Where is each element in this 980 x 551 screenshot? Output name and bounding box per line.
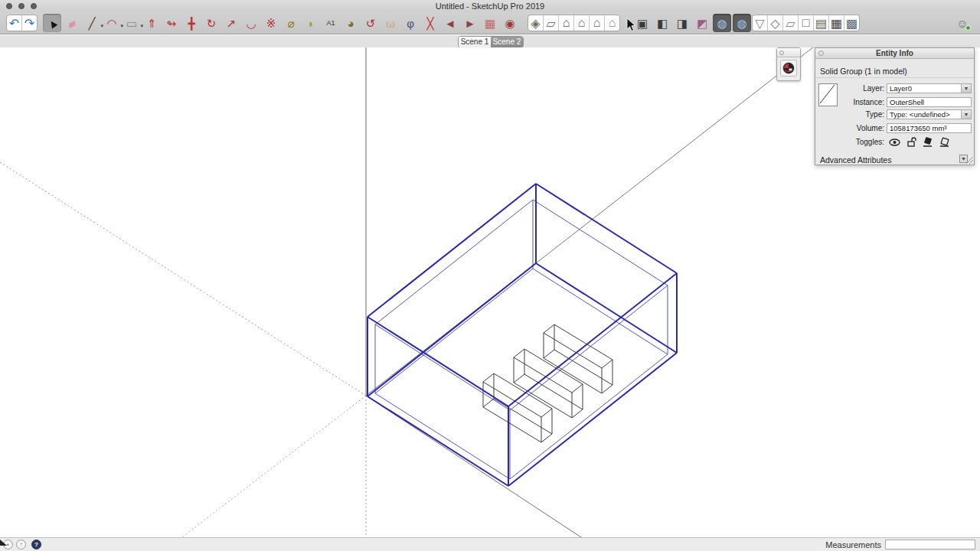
view-back-button-icon: ⌂	[593, 16, 601, 30]
walk-tool[interactable]: ◉	[501, 14, 519, 32]
outer-shell-tool[interactable]: ▣	[633, 14, 652, 32]
resize-handle[interactable]	[966, 157, 973, 164]
zoom-extents-tool-icon: ╳	[426, 18, 433, 29]
window-title: Untitled - SketchUp Pro 2019	[0, 2, 980, 11]
scale-tool[interactable]: ↗	[222, 14, 240, 32]
measurements-input[interactable]	[885, 540, 975, 549]
view-right-button[interactable]: ⌂	[574, 15, 590, 31]
view-iso-button[interactable]: ◈	[528, 15, 544, 31]
signed-in-check-icon	[965, 25, 971, 31]
upload-status-icon[interactable]: ↑	[16, 540, 26, 549]
union-tool[interactable]: ◨	[673, 14, 691, 32]
scale-tool-icon: ↗	[227, 18, 237, 29]
eraser-tool[interactable]: ▰	[63, 14, 81, 32]
follow-me-tool[interactable]: ↬	[162, 14, 181, 32]
eraser-tool-icon: ▰	[66, 16, 79, 30]
floating-toolbar	[776, 47, 801, 81]
toggles-label: Toggles:	[817, 138, 884, 146]
protractor-tool-icon: ◗	[307, 18, 314, 29]
undo-button-icon: ↶	[9, 16, 19, 31]
zoom-extents-tool[interactable]: ╳	[421, 14, 439, 32]
next-view-button[interactable]: ►	[461, 14, 479, 32]
axes-tool[interactable]: ※	[262, 14, 280, 32]
orbit-palette-button[interactable]	[780, 60, 797, 77]
style-wireframe-button[interactable]: ▱	[783, 15, 799, 31]
tape-measure-tool-icon: ⌀	[287, 18, 294, 29]
push-pull-tool[interactable]: ⇑	[142, 14, 161, 32]
fin-box-2-edge	[572, 409, 583, 418]
style-shaded-textures-button-icon: ▦	[831, 16, 842, 31]
volume-input[interactable]	[887, 123, 972, 133]
style-hidden-line-button[interactable]: □	[799, 15, 814, 31]
help-icon[interactable]: ?	[31, 540, 41, 549]
outer-shell-box-edge	[536, 184, 677, 273]
scene-tab-1[interactable]: Scene 1	[459, 37, 491, 47]
visible-toggle-icon[interactable]	[889, 138, 900, 147]
arc-tool[interactable]: ◠▾	[103, 14, 121, 32]
type-label: Type:	[817, 110, 884, 119]
layer-dropdown[interactable]: Layer0 ▼	[887, 83, 972, 93]
outer-shell-box-edge	[368, 263, 536, 396]
sign-in-account-button[interactable]: ☺	[956, 16, 969, 30]
cast-shadows-toggle-icon[interactable]	[923, 137, 933, 147]
offset-tool[interactable]: ◡	[242, 14, 260, 32]
layer-label: Layer:	[817, 84, 884, 93]
section-plane-tool[interactable]: ▦	[481, 14, 499, 32]
paint-bucket-tool[interactable]: ◕	[341, 14, 360, 32]
instance-input[interactable]	[887, 97, 972, 107]
type-dropdown[interactable]: Type: <undefined> ▼	[887, 109, 972, 119]
fin-box-1-edge	[541, 409, 552, 417]
line-tool[interactable]: ╱▾	[83, 14, 101, 32]
move-tool[interactable]: ╋	[182, 14, 201, 32]
fin-box-2-edge	[572, 384, 583, 393]
style-xray-button[interactable]: ▽	[753, 15, 768, 31]
tape-measure-tool[interactable]: ⌀	[282, 14, 300, 32]
fin-box-1-edge	[494, 399, 552, 434]
floating-toolbar-close-button[interactable]	[779, 51, 784, 55]
style-xray-button-icon: ▽	[755, 16, 764, 31]
style-shaded-button[interactable]: ▤	[814, 15, 829, 31]
previous-view-button[interactable]: ◄	[441, 14, 459, 32]
view-left-button[interactable]: ⌂	[605, 15, 619, 31]
outer-shell-box-edge	[368, 184, 536, 317]
fin-box-2-edge	[514, 349, 524, 357]
style-back-edges-button[interactable]: ◇	[768, 15, 783, 31]
intersect-tool[interactable]: ◧	[653, 14, 671, 32]
orbit-tool[interactable]: ↺	[361, 14, 380, 32]
view-top-button[interactable]: ▱	[544, 15, 559, 31]
receive-shadows-toggle-icon[interactable]	[939, 137, 950, 147]
outer-shell-box-edge	[536, 263, 677, 353]
redo-button[interactable]: ↷	[22, 15, 37, 31]
push-pull-tool-icon: ⇑	[147, 18, 157, 29]
advanced-attributes-label[interactable]: Advanced Attributes	[820, 155, 891, 165]
union-tool-icon: ◨	[677, 18, 688, 29]
pan-tool[interactable]: ω	[381, 14, 400, 32]
view-front-button-icon: ⌂	[563, 16, 570, 30]
fin-box-3-edge	[544, 350, 554, 358]
scene-tab-2[interactable]: Scene 2	[491, 37, 523, 47]
add-location-button[interactable]: ◍	[713, 14, 731, 32]
style-monochrome-button[interactable]: ▩	[844, 15, 859, 31]
pan-tool-icon: ω	[386, 18, 395, 29]
rectangle-tool[interactable]: ▭▾	[122, 14, 141, 32]
undo-button[interactable]: ↶	[7, 15, 22, 31]
view-front-button[interactable]: ⌂	[559, 15, 574, 31]
protractor-tool[interactable]: ◗	[302, 14, 320, 32]
zoom-tool[interactable]: φ	[401, 14, 420, 32]
styles-group: ▽◇▱□▤▦▩	[752, 15, 860, 31]
extension-warehouse-button[interactable]: ◍	[733, 14, 751, 32]
text-tool[interactable]: A1	[322, 14, 340, 32]
floating-toolbar-titlebar[interactable]	[777, 48, 800, 57]
walk-tool-icon: ◉	[505, 18, 514, 29]
view-back-button[interactable]: ⌂	[590, 15, 605, 31]
model-viewport[interactable]: Entity Info Solid Group (1 in model) Lay…	[0, 47, 980, 537]
rotate-tool[interactable]: ↻	[202, 14, 220, 32]
lock-toggle-icon[interactable]	[906, 137, 916, 147]
axis-line-3	[182, 396, 366, 537]
subtract-tool[interactable]: ◩	[693, 14, 711, 32]
style-shaded-textures-button[interactable]: ▦	[829, 15, 844, 31]
inner-shell-box-edge	[375, 200, 533, 324]
entity-info-header[interactable]: Entity Info	[815, 48, 974, 59]
select-tool[interactable]: ▲	[43, 14, 61, 32]
fin-box-3-edge	[602, 385, 612, 393]
